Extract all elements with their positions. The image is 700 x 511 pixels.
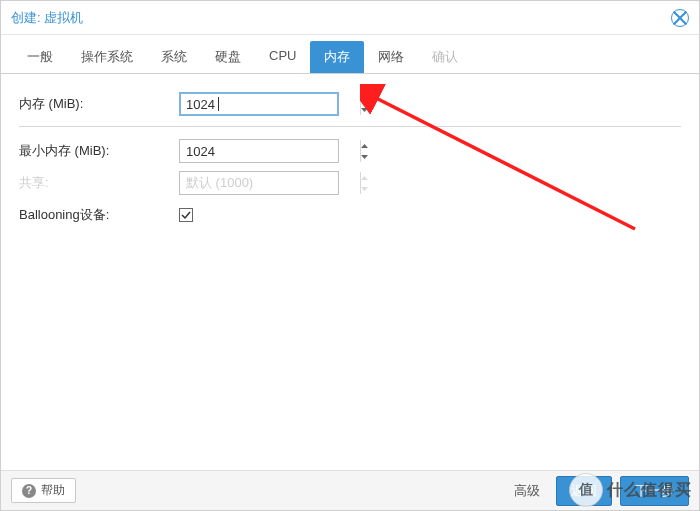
tab-cpu[interactable]: CPU xyxy=(255,41,310,73)
back-button[interactable]: 返回 xyxy=(556,476,612,506)
min-memory-row: 最小内存 (MiB): xyxy=(19,135,681,167)
help-icon: ? xyxy=(22,484,36,498)
spin-up-icon xyxy=(361,172,368,183)
next-button[interactable]: 下一步 xyxy=(620,476,689,506)
min-memory-spinner[interactable] xyxy=(179,139,339,163)
help-button[interactable]: ? 帮助 xyxy=(11,478,76,503)
wizard-tabs: 一般 操作系统 系统 硬盘 CPU 内存 网络 确认 xyxy=(1,35,699,74)
shares-spin-buttons xyxy=(360,172,368,194)
tab-network[interactable]: 网络 xyxy=(364,41,418,73)
memory-spin-buttons xyxy=(360,93,368,115)
create-vm-dialog: 创建: 虚拟机 一般 操作系统 系统 硬盘 CPU 内存 网络 确认 内存 (M… xyxy=(0,0,700,511)
tab-os[interactable]: 操作系统 xyxy=(67,41,147,73)
ballooning-checkbox[interactable] xyxy=(179,208,193,222)
spin-up-icon[interactable] xyxy=(361,93,368,104)
ballooning-label: Ballooning设备: xyxy=(19,206,179,224)
shares-spinner xyxy=(179,171,339,195)
memory-spinner[interactable] xyxy=(179,92,339,116)
spin-down-icon[interactable] xyxy=(361,151,368,162)
dialog-footer: ? 帮助 高级 返回 下一步 xyxy=(1,470,699,510)
tab-memory[interactable]: 内存 xyxy=(310,41,364,73)
shares-row: 共享: xyxy=(19,167,681,199)
min-memory-spin-buttons xyxy=(360,140,368,162)
spin-down-icon[interactable] xyxy=(361,104,368,115)
help-label: 帮助 xyxy=(41,482,65,499)
spin-down-icon xyxy=(361,183,368,194)
dialog-title: 创建: 虚拟机 xyxy=(11,9,83,27)
form-panel: 内存 (MiB): 最小内存 (MiB): 共享: xyxy=(1,74,699,470)
tab-system[interactable]: 系统 xyxy=(147,41,201,73)
min-memory-label: 最小内存 (MiB): xyxy=(19,142,179,160)
separator xyxy=(19,126,681,127)
min-memory-input[interactable] xyxy=(180,140,360,162)
titlebar: 创建: 虚拟机 xyxy=(1,1,699,35)
memory-input[interactable] xyxy=(180,93,360,115)
shares-label: 共享: xyxy=(19,174,179,192)
memory-label: 内存 (MiB): xyxy=(19,95,179,113)
tab-disk[interactable]: 硬盘 xyxy=(201,41,255,73)
memory-row: 内存 (MiB): xyxy=(19,88,681,120)
tab-general[interactable]: 一般 xyxy=(13,41,67,73)
ballooning-row: Ballooning设备: xyxy=(19,199,681,231)
spin-up-icon[interactable] xyxy=(361,140,368,151)
advanced-label[interactable]: 高级 xyxy=(514,482,540,500)
shares-input xyxy=(180,172,360,194)
tab-confirm: 确认 xyxy=(418,41,472,73)
close-icon[interactable] xyxy=(671,9,689,27)
